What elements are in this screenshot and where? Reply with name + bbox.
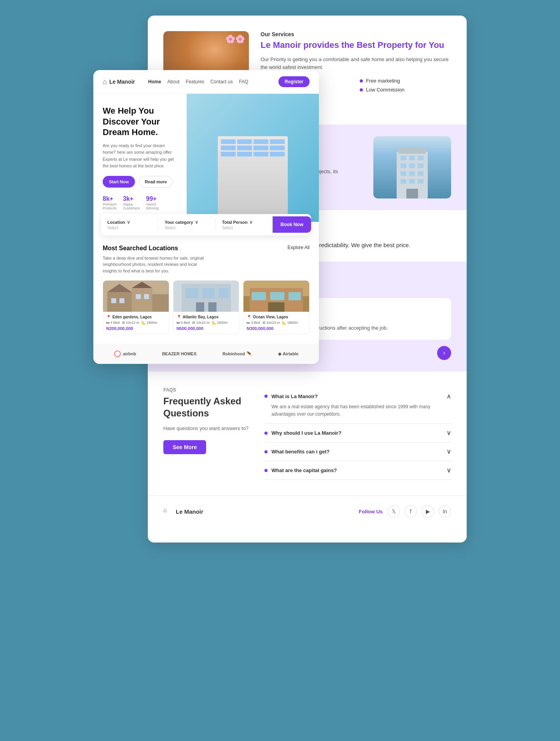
nav-link-about[interactable]: About bbox=[167, 79, 179, 84]
bullet-commission: Low Commission bbox=[360, 87, 451, 93]
area-2: 📐 1800m bbox=[212, 321, 228, 325]
window bbox=[237, 146, 252, 150]
property-card-2: 📍 Atlantic Bay, Lagos 🛏 5 Bed ⊞ 10x10 m bbox=[173, 280, 240, 334]
testimonial-next-button[interactable]: › bbox=[437, 346, 451, 360]
beds-1: 🛏 4 Bed bbox=[106, 321, 120, 325]
front-card: ⌂ Le Manoir Home About Features Contact … bbox=[93, 70, 319, 364]
linkedin-icon[interactable]: in bbox=[439, 505, 451, 518]
category-label: Your category ∨ bbox=[164, 219, 209, 225]
nav-link-home[interactable]: Home bbox=[148, 79, 161, 84]
services-label: Our Services bbox=[261, 31, 451, 37]
stat-label-customers: Happy Customers bbox=[123, 202, 140, 210]
hero-buttons: Start Now Read more bbox=[103, 176, 177, 188]
stat-number-awards: 99+ bbox=[146, 195, 159, 202]
svg-rect-35 bbox=[252, 292, 266, 300]
window bbox=[254, 139, 268, 144]
nav-links: Home About Features Contact us FAQ bbox=[148, 79, 269, 84]
area-icon: 📐 bbox=[282, 321, 286, 325]
svg-rect-28 bbox=[202, 288, 214, 298]
partner-robinhood: Robinhood 🪶 bbox=[222, 351, 252, 356]
svg-rect-38 bbox=[268, 302, 285, 312]
window bbox=[270, 139, 285, 144]
property-details-2: 🛏 5 Bed ⊞ 10x10 m 📐 1800m bbox=[177, 321, 236, 325]
follow-section: Follow Us 𝕏 f ▶ in bbox=[359, 505, 451, 518]
area-3: 📐 1800m bbox=[282, 321, 298, 325]
partner-beazer: BEAZER HOMES bbox=[162, 351, 197, 356]
faq-subtitle: Have questions you want answers to? bbox=[163, 425, 249, 432]
faq-chevron-down: ∨ bbox=[446, 429, 451, 437]
airtable-icon: ◆ bbox=[278, 351, 281, 356]
svg-rect-6 bbox=[409, 163, 415, 168]
svg-rect-22 bbox=[119, 299, 124, 304]
svg-rect-12 bbox=[409, 179, 415, 184]
size-1: ⊞ 10x10 m bbox=[122, 321, 140, 325]
hero-title: We Help You Discover Your Dream Home. bbox=[103, 105, 177, 138]
locations-title: Most Searched Locations bbox=[103, 245, 178, 252]
persons-select: Select bbox=[222, 226, 266, 230]
facebook-icon[interactable]: f bbox=[404, 505, 417, 518]
faq-section: FAQS Frequently Asked Questions Have que… bbox=[148, 372, 467, 495]
building-visual bbox=[218, 136, 288, 222]
property-cards: 📍 Eden gardens, Lagos 🛏 4 Bed ⊞ 10x10 m bbox=[103, 280, 310, 334]
svg-rect-2 bbox=[401, 156, 406, 160]
bed-icon: 🛏 bbox=[106, 321, 110, 325]
svg-rect-24 bbox=[144, 294, 149, 299]
airbnb-icon bbox=[114, 350, 121, 358]
faq-chevron-down: ∨ bbox=[446, 448, 451, 455]
partner-airtable: ◆ Airtable bbox=[278, 351, 299, 356]
svg-rect-17 bbox=[132, 288, 152, 312]
explore-all-link[interactable]: Explore All bbox=[287, 245, 310, 250]
svg-rect-1 bbox=[399, 148, 426, 154]
faq-question-1[interactable]: What is La Manoir? ∧ bbox=[264, 393, 451, 400]
bed-icon: 🛏 bbox=[177, 321, 180, 325]
location-pin-icon: 📍 bbox=[247, 315, 251, 319]
svg-rect-10 bbox=[418, 171, 424, 176]
nav-link-faq[interactable]: FAQ bbox=[239, 79, 248, 84]
locations-header: Most Searched Locations Explore All bbox=[103, 245, 310, 252]
book-now-button[interactable]: Book Now bbox=[273, 216, 311, 233]
read-more-button[interactable]: Read more bbox=[139, 176, 173, 188]
footer-logo-text: Le Manoir bbox=[176, 508, 203, 515]
navbar: ⌂ Le Manoir Home About Features Contact … bbox=[93, 70, 319, 94]
location-select: Select bbox=[107, 226, 152, 230]
nav-link-contact[interactable]: Contact us bbox=[210, 79, 233, 84]
nav-link-features[interactable]: Features bbox=[186, 79, 204, 84]
search-persons-field[interactable]: Total Person ∨ Select bbox=[216, 214, 273, 235]
property-image-1 bbox=[103, 281, 169, 312]
stat-customers: 3k+ Happy Customers bbox=[123, 195, 140, 210]
deal-image bbox=[373, 136, 451, 198]
register-button[interactable]: Register bbox=[278, 76, 310, 87]
svg-rect-4 bbox=[418, 156, 424, 160]
locations-section: Most Searched Locations Explore All Take… bbox=[93, 235, 319, 344]
search-location-field[interactable]: Location ∨ Select bbox=[101, 214, 158, 235]
beds-2: 🛏 5 Bed bbox=[177, 321, 190, 325]
size-icon: ⊞ bbox=[122, 321, 125, 325]
svg-rect-31 bbox=[208, 302, 216, 312]
faq-question-3[interactable]: What benefits can i get? ∨ bbox=[264, 448, 451, 455]
location-pin-icon: 📍 bbox=[106, 315, 111, 319]
twitter-icon[interactable]: 𝕏 bbox=[387, 505, 400, 518]
location-label: Location ∨ bbox=[107, 219, 152, 225]
svg-rect-8 bbox=[401, 171, 406, 176]
see-more-button[interactable]: See More bbox=[163, 440, 206, 454]
svg-rect-21 bbox=[111, 299, 116, 304]
svg-rect-18 bbox=[152, 294, 168, 312]
search-category-field[interactable]: Your category ∨ Select bbox=[158, 214, 215, 235]
footer-logo: ⌂ Le Manoir bbox=[163, 507, 203, 516]
size-icon: ⊞ bbox=[262, 321, 266, 325]
footer-logo-icon: ⌂ bbox=[163, 507, 173, 516]
stat-number-customers: 3k+ bbox=[123, 195, 140, 202]
size-3: ⊞ 10x10 m bbox=[262, 321, 280, 325]
faq-question-4[interactable]: What are the capital gains? ∨ bbox=[264, 467, 451, 474]
svg-rect-23 bbox=[136, 294, 141, 299]
faq-title: Frequently Asked Questions bbox=[163, 395, 249, 419]
window bbox=[270, 146, 285, 150]
youtube-icon[interactable]: ▶ bbox=[422, 505, 434, 518]
deal-building-visual bbox=[373, 136, 451, 198]
hero-description: Are you ready to find your dream home? h… bbox=[103, 142, 177, 170]
faq-dot bbox=[264, 450, 268, 453]
location-pin-icon: 📍 bbox=[177, 315, 181, 319]
property-location-1: 📍 Eden gardens, Lagos bbox=[106, 315, 166, 319]
start-now-button[interactable]: Start Now bbox=[103, 176, 135, 188]
faq-question-2[interactable]: Why should I use La Manoir? ∨ bbox=[264, 429, 451, 437]
